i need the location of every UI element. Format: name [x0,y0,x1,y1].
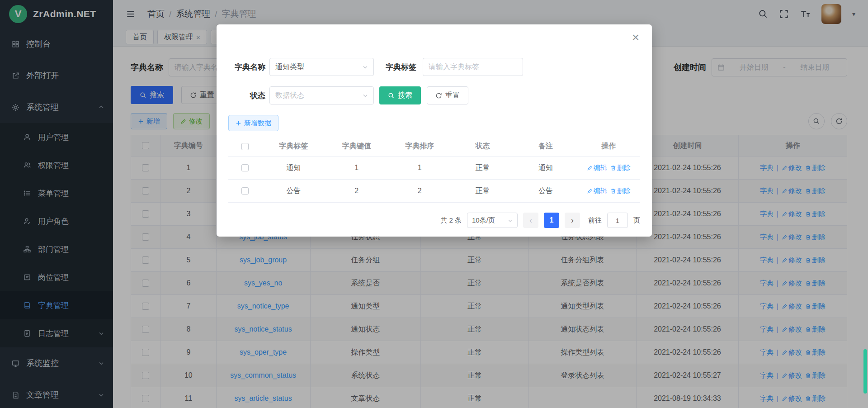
vertical-scrollbar-thumb[interactable] [863,349,867,394]
dialog-reset-button[interactable]: 重置 [427,86,468,104]
dialog-filter-row-2: 状态 数据状态 搜索 重置 [228,86,640,104]
dict-label-input[interactable] [423,58,523,76]
cell-dict-label: 公告 [262,180,325,202]
cell-dict-label: 通知 [262,157,325,179]
delete-link[interactable]: 删除 [610,187,631,195]
row-checkbox[interactable] [241,187,249,195]
status-label: 状态 [228,90,265,101]
current-page-button[interactable]: 1 [544,213,559,228]
column-dict-sort: 字典排序 [388,137,451,156]
cell-dict-sort: 2 [388,180,451,202]
cell-dict-value: 2 [325,180,388,202]
select-value: 通知类型 [275,62,304,72]
prev-page-button[interactable]: ‹ [523,213,538,228]
search-button-label: 搜索 [398,91,412,100]
goto-label: 前往 [588,216,602,225]
column-dict-value: 字典键值 [325,137,388,156]
column-status: 状态 [451,137,514,156]
pencil-icon [587,188,593,194]
delete-link[interactable]: 删除 [610,164,631,172]
chevron-down-icon [508,218,513,223]
add-data-button-label: 新增数据 [244,119,271,128]
dict-data-dialog: × 字典名称 通知类型 字典标签 状态 数据状态 搜索 重置 新 [217,24,652,237]
row-checkbox[interactable] [241,164,249,171]
next-page-button[interactable]: › [565,213,580,228]
add-data-button[interactable]: 新增数据 [228,115,278,131]
pagination-total: 共 2 条 [440,216,462,225]
dict-label-label: 字典标签 [386,62,416,72]
pagination: 共 2 条 10条/页 ‹ 1 › 前往 页 [228,213,640,228]
chevron-down-icon [363,64,368,70]
column-operations: 操作 [577,137,640,156]
goto-page-input[interactable] [607,213,628,228]
column-remark: 备注 [514,137,577,156]
dict-data-table: 字典标签 字典键值 字典排序 状态 备注 操作 通知11正常通知编辑删除公告22… [228,137,640,203]
trash-icon [610,188,616,194]
page-size-value: 10条/页 [472,216,495,225]
page-size-select[interactable]: 10条/页 [467,213,518,228]
cell-dict-value: 1 [325,157,388,179]
reset-button-label: 重置 [445,91,460,100]
page-unit-label: 页 [633,216,640,225]
close-icon[interactable]: × [629,31,642,44]
dict-name-select[interactable]: 通知类型 [269,58,374,76]
cell-status: 正常 [451,180,514,202]
table-body: 通知11正常通知编辑删除公告22正常公告编辑删除 [228,157,640,203]
select-placeholder: 数据状态 [275,91,304,100]
dict-data-row: 通知11正常通知编辑删除 [228,157,640,180]
edit-link[interactable]: 编辑 [587,187,607,195]
chevron-down-icon [363,93,368,98]
status-select[interactable]: 数据状态 [269,86,374,104]
pencil-icon [587,165,593,171]
dialog-filter-row-1: 字典名称 通知类型 字典标签 [228,58,640,76]
select-all-checkbox[interactable] [241,143,249,150]
dict-data-row: 公告22正常公告编辑删除 [228,180,640,203]
edit-link[interactable]: 编辑 [587,164,607,172]
cell-status: 正常 [451,157,514,179]
cell-dict-sort: 1 [388,157,451,179]
dialog-search-button[interactable]: 搜索 [379,86,421,104]
cell-remark: 公告 [514,180,577,202]
dict-name-label: 字典名称 [228,62,265,72]
trash-icon [610,165,616,171]
cell-remark: 通知 [514,157,577,179]
table-header-row: 字典标签 字典键值 字典排序 状态 备注 操作 [228,137,640,157]
column-dict-label: 字典标签 [262,137,325,156]
